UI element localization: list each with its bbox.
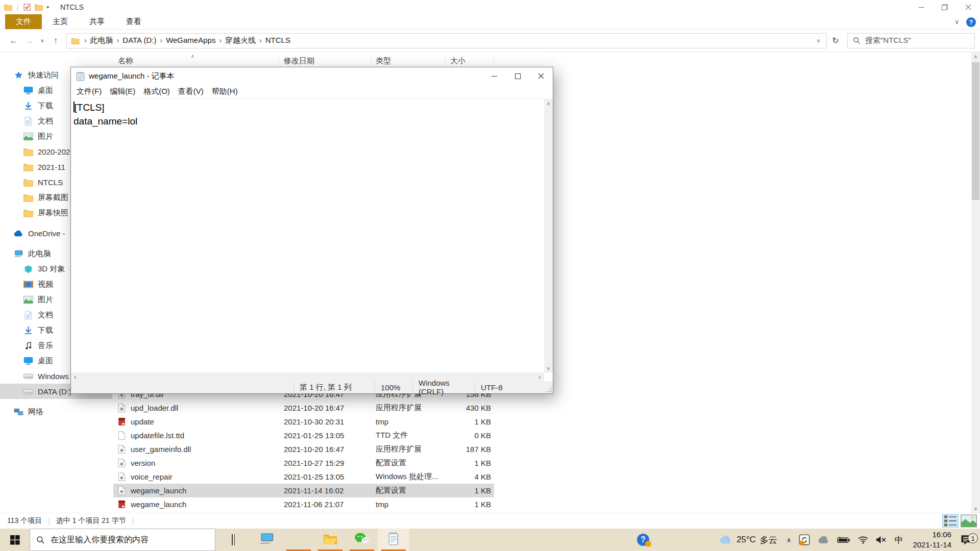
table-row[interactable]: version2021-10-27 15:29配置设置1 KB: [113, 456, 494, 470]
file-size-cell: 1 KB: [446, 486, 494, 495]
scroll-down-icon[interactable]: ∨: [971, 504, 980, 513]
table-row[interactable]: wegame_launch2021-11-14 16:02配置设置1 KB: [113, 484, 494, 497]
notepad-menubar: 文件(F)编辑(E)格式(O)查看(V)帮助(H): [71, 85, 553, 98]
table-row[interactable]: updatefile.lst.ttd2021-01-25 13:05TTD 文件…: [113, 429, 494, 442]
notepad-close-button[interactable]: [529, 67, 553, 85]
menu-item-f[interactable]: 文件(F): [72, 87, 106, 96]
breadcrumb-item[interactable]: WeGameApps: [166, 36, 215, 44]
minimize-button[interactable]: [910, 0, 933, 14]
notepad-maximize-button[interactable]: [506, 67, 529, 85]
breadcrumb-separator-icon[interactable]: ›: [256, 36, 265, 44]
back-icon[interactable]: ←: [6, 36, 21, 46]
notepad-vertical-scrollbar[interactable]: ∧ ∨: [544, 99, 553, 372]
start-button[interactable]: [0, 529, 30, 551]
forward-icon[interactable]: →: [21, 36, 37, 46]
weather-widget[interactable]: 25°C 多云: [714, 534, 782, 546]
notepad-scroll-left-icon[interactable]: ‹: [71, 372, 80, 381]
file-name-cell: version: [113, 459, 279, 467]
table-row[interactable]: upd_loader.dll2021-10-20 16:47应用程序扩展430 …: [113, 401, 494, 415]
taskbar-app-file-explorer[interactable]: [314, 529, 346, 551]
sidebar-item-label: 音乐: [38, 341, 53, 350]
tab-共享[interactable]: 共享: [79, 14, 115, 29]
ribbon-collapse-icon[interactable]: ∨: [954, 18, 959, 26]
menu-item-e[interactable]: 编辑(E): [106, 87, 139, 96]
up-icon[interactable]: ↑: [48, 36, 63, 46]
breadcrumb-separator-icon[interactable]: ›: [215, 36, 225, 44]
clock[interactable]: 16:06 2021-11-14: [908, 530, 957, 550]
checkbox-icon[interactable]: [23, 4, 31, 11]
breadcrumb[interactable]: ›此电脑›DATA (D:)›WeGameApps›穿越火线›NTCLS ∨: [66, 33, 827, 48]
notification-badge: 1: [968, 533, 978, 543]
notepad-scroll-down-icon[interactable]: ∨: [544, 364, 553, 372]
sidebar-item-label: DATA (D:): [38, 387, 71, 396]
battery-icon[interactable]: [834, 529, 854, 551]
taskbar-wechat-icon: [354, 532, 370, 547]
file-date-cell: 2021-10-20 16:47: [279, 404, 371, 412]
help-icon[interactable]: ?: [966, 17, 976, 27]
notepad-minimize-button[interactable]: [482, 67, 506, 85]
explorer-scrollbar[interactable]: ∧ ∨: [971, 52, 980, 513]
file-name: wegame_launch: [131, 486, 186, 495]
hidden-icons-chevron[interactable]: ∧: [782, 536, 796, 544]
tab-主页[interactable]: 主页: [42, 14, 79, 29]
taskbar-search-box[interactable]: 在这里输入你要搜索的内容: [30, 529, 215, 551]
scroll-up-icon[interactable]: ∧: [971, 52, 980, 61]
weather-desc: 多云: [760, 534, 777, 546]
history-dropdown-icon[interactable]: ∨: [37, 38, 48, 43]
item-count: 113 个项目: [7, 516, 42, 525]
sync-tray-icon[interactable]: [795, 529, 814, 551]
tab-查看[interactable]: 查看: [115, 14, 152, 29]
tab-文件[interactable]: 文件: [5, 14, 42, 29]
volume-muted-icon[interactable]: [872, 529, 890, 551]
wifi-icon[interactable]: [854, 529, 872, 551]
qat-dropdown-icon[interactable]: ▾: [46, 5, 49, 10]
notepad-scroll-right-icon[interactable]: ›: [535, 372, 544, 381]
scrollbar-thumb[interactable]: [972, 62, 979, 200]
thumbnail-view-button[interactable]: [961, 514, 977, 528]
close-button[interactable]: [957, 0, 980, 14]
notepad-scroll-up-icon[interactable]: ∧: [544, 99, 553, 108]
table-row[interactable]: update2021-10-30 20:31tmp1 KB: [113, 415, 494, 429]
menu-item-h[interactable]: 帮助(H): [208, 87, 242, 96]
sidebar-item--[interactable]: 网络: [0, 404, 112, 419]
column-header-label: 类型: [376, 56, 391, 66]
breadcrumb-separator-icon[interactable]: ›: [113, 36, 123, 44]
folder-icon: [23, 178, 33, 187]
refresh-icon[interactable]: ↻: [827, 33, 844, 48]
screen: | ▾ NTCLS 文件主页共享查看 ∨ ? ← → ∨ ↑: [0, 0, 980, 551]
breadcrumb-separator-icon[interactable]: ›: [156, 36, 166, 44]
table-row[interactable]: wegame_launch2021-11-06 21:07tmp1 KB: [113, 497, 494, 511]
notepad-titlebar[interactable]: wegame_launch - 记事本: [71, 67, 553, 85]
table-row[interactable]: user_gameinfo.dll2021-10-20 16:47应用程序扩展1…: [113, 442, 494, 456]
column-header-label: 大小: [450, 56, 465, 66]
file-size-cell: 4 KB: [446, 472, 494, 481]
sidebar-item-label: Windows (: [38, 372, 74, 381]
taskbar-grip: [215, 534, 251, 545]
notepad-title: wegame_launch - 记事本: [89, 71, 175, 81]
taskbar-app-notepad[interactable]: [378, 529, 409, 551]
breadcrumb-item[interactable]: DATA (D:): [122, 36, 156, 44]
resize-grip[interactable]: [545, 386, 552, 393]
explorer-search-box[interactable]: 搜索"NTCLS": [847, 33, 975, 48]
address-dropdown-icon[interactable]: ∨: [813, 38, 824, 43]
new-folder-icon[interactable]: [35, 4, 43, 11]
menu-item-v[interactable]: 查看(V): [174, 87, 208, 96]
taskbar-app-desktop-shortcut[interactable]: [251, 529, 283, 551]
restore-button[interactable]: [933, 0, 957, 14]
breadcrumb-separator-icon[interactable]: ›: [81, 36, 90, 44]
notepad-text-area[interactable]: [TCLS]data_name=lol: [71, 99, 544, 372]
taskbar-app-wechat[interactable]: [346, 529, 378, 551]
menu-item-o[interactable]: 格式(O): [139, 87, 174, 96]
cloud-tray-icon[interactable]: [814, 529, 834, 551]
taskbar-app-edge[interactable]: [283, 529, 314, 551]
details-view-button[interactable]: [942, 514, 959, 528]
picture-icon: [23, 132, 33, 141]
table-row[interactable]: voice_repair2021-01-25 13:05Windows 批处理.…: [113, 470, 494, 484]
ime-indicator[interactable]: 中: [890, 534, 908, 546]
breadcrumb-item[interactable]: 穿越火线: [225, 36, 256, 44]
help-tray-icon[interactable]: ?: [633, 529, 653, 551]
file-rows: tray_ui.dll2021-10-20 16:47应用程序扩展158 KBu…: [113, 387, 494, 511]
action-center-button[interactable]: 1: [957, 529, 980, 551]
breadcrumb-item[interactable]: 此电脑: [90, 36, 113, 44]
breadcrumb-item[interactable]: NTCLS: [265, 36, 290, 44]
